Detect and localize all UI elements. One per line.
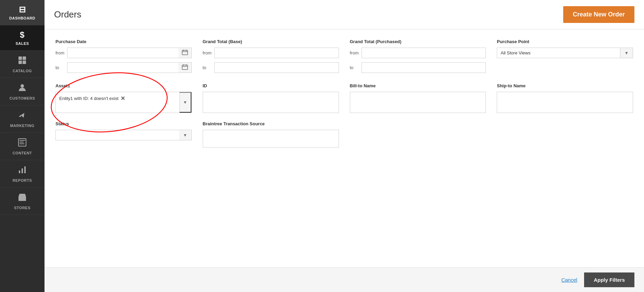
sidebar-item-customers[interactable]: CUSTOMERS <box>0 78 45 105</box>
sidebar-item-label: STORES <box>14 206 30 210</box>
footer-bar: Cancel Apply Filters <box>45 267 644 292</box>
purchase-date-to-input-wrapper <box>67 62 192 73</box>
marketing-icon <box>17 110 27 122</box>
asset1-dropdown-button[interactable]: ▼ <box>179 92 191 113</box>
asset1-filter: Asset1 Entity1 with ID: 4 doesn't exist … <box>55 83 192 113</box>
sidebar-item-label: CONTENT <box>13 151 32 155</box>
dashboard-icon: ⊟ <box>19 5 26 14</box>
gtp-from-label: from <box>350 50 359 55</box>
purchase-date-from-row: from <box>55 48 192 58</box>
bill-to-name-label: Bill-to Name <box>350 83 486 88</box>
svg-rect-7 <box>20 142 24 142</box>
grand-total-purchased-from-input[interactable] <box>362 48 486 58</box>
grand-total-purchased-to-input[interactable] <box>362 62 486 73</box>
sidebar-item-label: DASHBOARD <box>9 16 35 20</box>
gtb-from-row: from <box>203 48 339 58</box>
purchase-date-to-input[interactable] <box>67 62 178 73</box>
status-input[interactable] <box>55 130 179 140</box>
braintree-source-filter: Braintree Transaction Source <box>203 121 339 148</box>
asset1-tag-text: Entity1 with ID: 4 doesn't exist <box>59 96 118 102</box>
svg-rect-0 <box>18 56 22 60</box>
sidebar-item-marketing[interactable]: MARKETING <box>0 105 45 133</box>
id-label: ID <box>203 83 339 88</box>
grand-total-base-to-input[interactable] <box>214 62 339 73</box>
asset1-tag: Entity1 with ID: 4 doesn't exist ✕ <box>59 95 125 102</box>
purchase-point-select[interactable]: All Store Views Main Website Main Websit… <box>497 48 620 58</box>
sidebar-item-label: CUSTOMERS <box>10 96 35 100</box>
reports-icon <box>17 165 27 177</box>
asset1-remove-button[interactable]: ✕ <box>121 95 125 102</box>
ship-to-name-filter: Ship-to Name <box>497 83 633 113</box>
catalog-icon <box>17 55 27 67</box>
filters-area: Purchase Date from to <box>45 29 644 267</box>
grand-total-base-label: Grand Total (Base) <box>203 39 339 44</box>
customers-icon <box>17 83 27 94</box>
braintree-source-input[interactable] <box>203 130 339 148</box>
sidebar-item-stores[interactable]: STORES <box>0 188 45 215</box>
id-input[interactable] <box>203 92 339 113</box>
purchase-date-from-input[interactable] <box>67 48 178 58</box>
calendar-to-button[interactable] <box>178 62 192 73</box>
filter-row-3: Status ▼ Braintree Transaction Source <box>55 121 633 148</box>
asset1-input-container: Entity1 with ID: 4 doesn't exist ✕ ▼ <box>55 92 192 113</box>
status-select-wrapper: ▼ <box>55 130 192 140</box>
gtb-to-label: to <box>203 65 212 70</box>
sidebar-item-content[interactable]: CONTENT <box>0 133 45 160</box>
gtp-to-label: to <box>350 65 359 70</box>
empty-col-3 <box>350 121 486 148</box>
gtp-to-row: to <box>350 62 486 73</box>
sidebar-item-label: CATALOG <box>13 69 32 73</box>
page-title: Orders <box>54 9 81 20</box>
id-filter: ID <box>203 83 339 113</box>
apply-filters-button[interactable]: Apply Filters <box>584 272 634 287</box>
purchase-date-label: Purchase Date <box>55 39 192 44</box>
status-label: Status <box>55 121 192 126</box>
sidebar-item-label: REPORTS <box>13 178 32 182</box>
svg-rect-11 <box>24 166 26 173</box>
svg-point-4 <box>21 84 24 88</box>
status-filter: Status ▼ <box>55 121 192 148</box>
filter-row-2: Asset1 Entity1 with ID: 4 doesn't exist … <box>55 83 633 113</box>
svg-rect-6 <box>20 140 25 141</box>
filter-row-1: Purchase Date from to <box>55 39 633 75</box>
purchase-point-filter: Purchase Point All Store Views Main Webs… <box>497 39 633 75</box>
svg-rect-10 <box>22 168 23 173</box>
ship-to-name-label: Ship-to Name <box>497 83 633 88</box>
stores-icon <box>17 192 27 204</box>
purchase-point-label: Purchase Point <box>497 39 633 44</box>
sidebar-item-reports[interactable]: REPORTS <box>0 160 45 188</box>
purchase-date-to-row: to <box>55 62 192 73</box>
svg-rect-18 <box>182 65 188 69</box>
purchase-point-arrow-button[interactable]: ▼ <box>620 48 633 58</box>
bill-to-name-input[interactable] <box>350 92 486 113</box>
purchase-point-select-wrapper: All Store Views Main Website Main Websit… <box>497 48 633 58</box>
grand-total-base-filter: Grand Total (Base) from to <box>203 39 339 75</box>
to-label-1: to <box>55 65 65 70</box>
asset1-label: Asset1 <box>55 83 192 88</box>
page-header: Orders Create New Order <box>45 0 644 29</box>
grand-total-purchased-filter: Grand Total (Purchased) from to <box>350 39 486 75</box>
sidebar-item-label: SALES <box>15 41 29 46</box>
content-icon <box>17 138 27 149</box>
cancel-button[interactable]: Cancel <box>561 277 577 283</box>
create-new-order-button[interactable]: Create New Order <box>563 6 634 23</box>
svg-rect-13 <box>21 198 24 201</box>
braintree-source-label: Braintree Transaction Source <box>203 121 339 126</box>
status-arrow-button[interactable]: ▼ <box>179 130 192 140</box>
sales-icon: $ <box>20 30 25 40</box>
bill-to-name-filter: Bill-to Name <box>350 83 486 113</box>
grand-total-base-from-input[interactable] <box>214 48 339 58</box>
asset1-tag-area: Entity1 with ID: 4 doesn't exist ✕ <box>56 92 179 113</box>
sidebar-item-sales[interactable]: $ SALES <box>0 25 45 51</box>
from-label-1: from <box>55 50 65 55</box>
sidebar-item-catalog[interactable]: CATALOG <box>0 51 45 78</box>
ship-to-name-input[interactable] <box>497 92 633 113</box>
svg-rect-2 <box>18 61 22 64</box>
sidebar-item-dashboard[interactable]: ⊟ DASHBOARD <box>0 0 45 25</box>
empty-col-4 <box>497 121 633 148</box>
calendar-from-button[interactable] <box>178 48 192 58</box>
gtp-from-row: from <box>350 48 486 58</box>
main-content: Orders Create New Order Purchase Date fr… <box>45 0 644 292</box>
svg-rect-3 <box>23 61 26 64</box>
sidebar-item-label: MARKETING <box>10 124 34 128</box>
